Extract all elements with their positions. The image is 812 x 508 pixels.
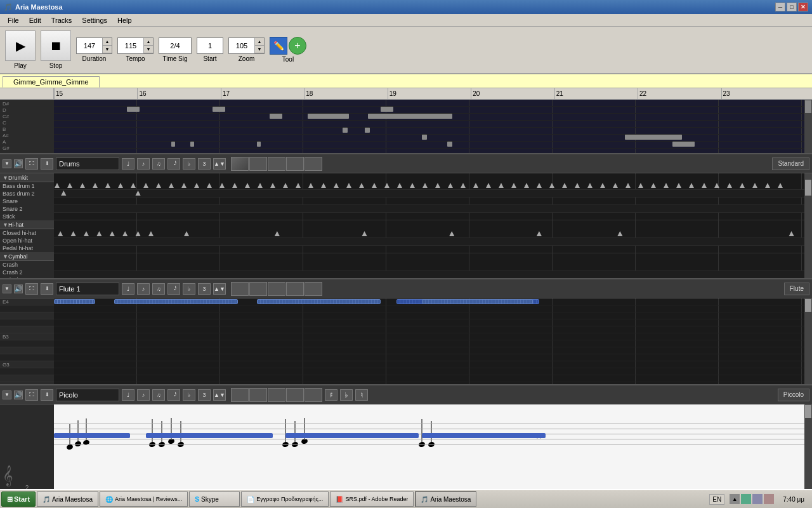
svg-marker-35 xyxy=(499,183,504,188)
mark-19: 19 xyxy=(388,88,471,99)
drums-note-btn2[interactable]: ♪ xyxy=(137,158,150,170)
taskbar-item-0[interactable]: 🎵 Aria Maestosa xyxy=(37,491,98,507)
start-input[interactable]: 1 xyxy=(197,38,223,53)
piccolo-note-btn6[interactable]: 3 xyxy=(198,389,211,401)
drums-name-input[interactable] xyxy=(56,157,119,170)
drums-note-btn1[interactable]: ♩ xyxy=(122,158,134,170)
tab-gimme[interactable]: Gimme_Gimme_Gimme xyxy=(3,76,100,88)
taskbar-item-3[interactable]: 📄 Εγγραφο Προδιαγραφής... xyxy=(241,491,329,507)
overview-note-11 xyxy=(308,114,349,119)
drums-note-btn5[interactable]: ♭ xyxy=(183,158,195,170)
piccolo-sharp-btn[interactable]: ♯ xyxy=(325,389,337,401)
svg-marker-40 xyxy=(562,183,567,188)
piccolo-note-btn3[interactable]: ♫ xyxy=(152,389,165,401)
piccolo-note-btn7[interactable]: ▲▼ xyxy=(213,389,226,401)
overview-scroll-thumb[interactable] xyxy=(805,100,811,113)
piccolo-scroll-thumb[interactable] xyxy=(805,405,811,418)
drums-note-btn7[interactable]: ▲▼ xyxy=(213,158,226,170)
flute-note-btn2[interactable]: ♪ xyxy=(137,283,150,295)
svg-marker-73 xyxy=(617,231,622,236)
mark-23: 23 xyxy=(721,88,804,99)
timesig-input[interactable]: 2/4 xyxy=(159,38,191,53)
drumkit-header[interactable]: Drumkit xyxy=(0,173,54,182)
flute-solo-btn[interactable]: ⛶ xyxy=(25,283,38,295)
piccolo-note-btn5[interactable]: ♭ xyxy=(183,389,195,401)
drums-note-btn4[interactable]: 𝅘𝅥𝅯 xyxy=(167,158,180,170)
flute-icon-5 xyxy=(304,282,322,296)
hihat-header[interactable]: Hi-hat xyxy=(0,220,54,229)
duration-down[interactable]: ▼ xyxy=(103,46,112,53)
flute-minimize-btn[interactable]: ⬇ xyxy=(41,283,53,295)
flute-scroll-thumb[interactable] xyxy=(805,299,811,312)
piccolo-flat-btn[interactable]: ♭ xyxy=(340,389,353,401)
add-tool[interactable]: + xyxy=(289,37,306,55)
stop-button[interactable]: ⏹ xyxy=(41,30,71,61)
key-g3: G3 xyxy=(0,361,54,368)
flute-note-btn6[interactable]: 3 xyxy=(198,283,211,295)
svg-marker-4 xyxy=(105,183,110,188)
drums-note-btn3[interactable]: ♫ xyxy=(152,158,165,170)
cymbal-header[interactable]: Cymbal xyxy=(0,252,54,261)
flute-note-btn1[interactable]: ♩ xyxy=(122,283,134,295)
flute-mute-btn[interactable]: 🔊 xyxy=(14,284,23,293)
menu-edit[interactable]: Edit xyxy=(24,15,46,25)
maximize-button[interactable]: □ xyxy=(787,3,797,11)
drums-minimize-btn[interactable]: ⬇ xyxy=(41,158,53,170)
flute-note-btn7[interactable]: ▲▼ xyxy=(213,283,226,295)
menu-help[interactable]: Help xyxy=(112,15,137,25)
pencil-tool[interactable]: ✏️ xyxy=(270,37,287,55)
flute-icon-1 xyxy=(231,282,249,296)
flute-note-btn4[interactable]: 𝅘𝅥𝅯 xyxy=(167,283,180,295)
piccolo-collapse-btn[interactable]: ▼ xyxy=(3,391,11,399)
menu-settings[interactable]: Settings xyxy=(77,15,112,25)
zoom-down[interactable]: ▼ xyxy=(255,46,264,53)
zoom-up[interactable]: ▲ xyxy=(255,38,264,46)
piccolo-minimize-btn[interactable]: ⬇ xyxy=(41,389,53,401)
piccolo-natural-btn[interactable]: ♮ xyxy=(355,389,368,401)
tempo-spinner-buttons: ▲ ▼ xyxy=(143,38,153,53)
taskbar-item-1[interactable]: 🌐 Aria Maestosa | Reviews... xyxy=(100,491,188,507)
taskbar-item-3-label: Εγγραφο Προδιαγραφής... xyxy=(256,496,323,502)
piccolo-note-btn1[interactable]: ♩ xyxy=(122,389,134,401)
drums-scroll-thumb[interactable] xyxy=(805,180,811,196)
minimize-button[interactable]: ─ xyxy=(775,3,785,11)
piccolo-note-btn2[interactable]: ♪ xyxy=(137,389,150,401)
drums-solo-btn[interactable]: ⛶ xyxy=(25,158,38,170)
overview-scrollbar[interactable] xyxy=(804,100,812,153)
drums-scrollbar[interactable] xyxy=(804,173,812,278)
svg-marker-30 xyxy=(435,183,440,188)
tempo-input[interactable]: 115 xyxy=(118,38,143,53)
tempo-up[interactable]: ▲ xyxy=(144,38,153,46)
taskbar-item-2[interactable]: S Skype xyxy=(189,491,240,507)
taskbar-item-4[interactable]: 📕 SRS.pdf - Adobe Reader xyxy=(330,491,414,507)
zoom-input[interactable]: 105 xyxy=(229,38,254,53)
menu-tracks[interactable]: Tracks xyxy=(46,15,77,25)
play-button[interactable]: ▶ xyxy=(5,30,36,61)
piccolo-mute-btn[interactable]: 🔊 xyxy=(14,391,23,399)
piccolo-icon-3 xyxy=(268,388,285,402)
flute-note-btn3[interactable]: ♫ xyxy=(152,283,165,295)
drums-icon-1-bg xyxy=(232,157,248,170)
piccolo-scrollbar[interactable] xyxy=(804,404,812,489)
overview-note-3 xyxy=(381,107,393,112)
flute-track: ▼ 🔊 ⛶ ⬇ ♩ ♪ ♫ 𝅘𝅥𝅯 ♭ 3 ▲▼ Flute xyxy=(0,279,812,385)
menu-file[interactable]: File xyxy=(3,15,24,25)
drums-collapse-btn[interactable]: ▼ xyxy=(3,159,11,168)
taskbar-item-5[interactable]: 🎵 Aria Maestosa xyxy=(415,491,476,507)
flute-name-input[interactable] xyxy=(56,283,119,295)
mark-21: 21 xyxy=(554,88,638,99)
piccolo-note-btn4[interactable]: 𝅘𝅥𝅯 xyxy=(167,389,180,401)
piccolo-solo-btn[interactable]: ⛶ xyxy=(25,389,38,401)
start-button[interactable]: ⊞ Start xyxy=(1,491,36,507)
overview-note-12 xyxy=(368,114,450,119)
close-button[interactable]: ✕ xyxy=(798,3,808,11)
drums-mute-btn[interactable]: 🔊 xyxy=(14,159,23,168)
flute-scrollbar[interactable] xyxy=(804,298,812,384)
drums-note-btn6[interactable]: 3 xyxy=(198,158,211,170)
flute-note-btn5[interactable]: ♭ xyxy=(183,283,195,295)
tempo-down[interactable]: ▼ xyxy=(144,46,153,53)
flute-collapse-btn[interactable]: ▼ xyxy=(3,284,11,293)
duration-up[interactable]: ▲ xyxy=(103,38,112,46)
duration-input[interactable]: 147 xyxy=(77,38,102,53)
piccolo-name-input[interactable] xyxy=(56,389,119,401)
